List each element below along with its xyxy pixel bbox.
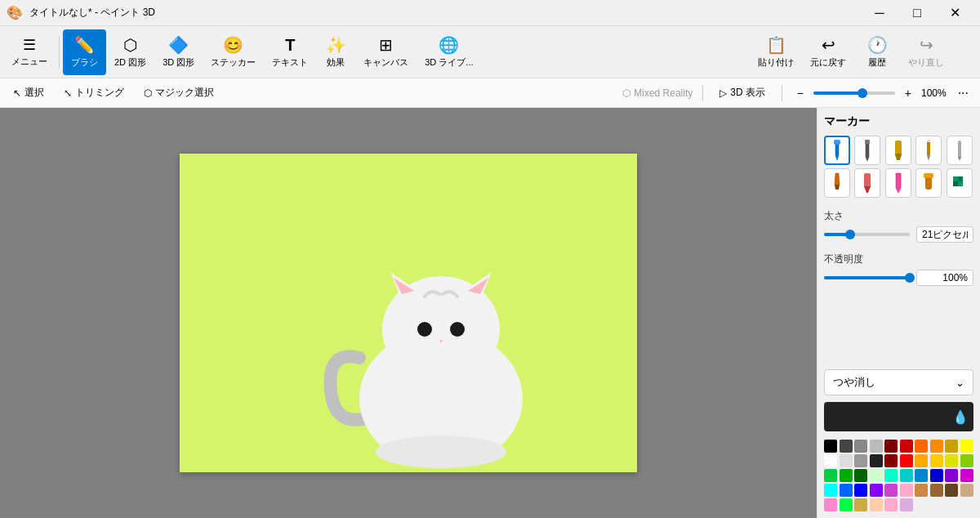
tool-3dlive[interactable]: 🌐 3D ライブ...: [416, 29, 481, 75]
color-swatch[interactable]: [960, 440, 973, 453]
brush-highlighter[interactable]: [885, 168, 911, 198]
color-swatch[interactable]: [900, 469, 913, 482]
color-swatch[interactable]: [930, 469, 943, 482]
color-swatch[interactable]: [870, 484, 883, 497]
brush-watercolor[interactable]: [824, 168, 850, 198]
brush-pencil[interactable]: [915, 136, 942, 165]
zoom-percent: 100%: [921, 87, 947, 99]
secondary-toolbar: ↖ 選択 ⤡ トリミング ⬡ マジック選択 ⬡ Mixed Reality ▷ …: [0, 78, 980, 108]
size-input[interactable]: [916, 226, 973, 243]
color-swatch[interactable]: [915, 454, 928, 467]
color-swatch[interactable]: [884, 440, 898, 453]
opacity-slider[interactable]: [824, 276, 910, 279]
color-swatch[interactable]: [870, 440, 883, 453]
redo-icon: ↪: [920, 35, 933, 55]
color-swatch[interactable]: [840, 454, 853, 467]
undo-button[interactable]: ↩ 元に戻す: [802, 29, 854, 75]
zoom-slider[interactable]: [813, 92, 895, 95]
color-swatch[interactable]: [960, 469, 973, 482]
opacity-input[interactable]: [916, 270, 973, 286]
cat-drawing: [180, 154, 637, 472]
select-tool[interactable]: ↖ 選択: [7, 83, 51, 103]
color-swatch[interactable]: [854, 484, 867, 497]
zoom-in-button[interactable]: +: [900, 85, 916, 101]
brush-ink[interactable]: [854, 168, 880, 198]
brush-oil[interactable]: [885, 136, 911, 165]
size-slider-thumb: [845, 230, 855, 239]
color-swatch[interactable]: [945, 484, 958, 497]
color-swatch[interactable]: [960, 484, 973, 497]
color-swatch[interactable]: [900, 498, 913, 511]
more-button[interactable]: ···: [953, 84, 973, 102]
brush-pen[interactable]: [854, 136, 880, 165]
paste-button[interactable]: 📋 貼り付け: [750, 29, 802, 75]
color-swatch[interactable]: [930, 440, 943, 453]
brush-icon: ✏️: [74, 35, 95, 55]
trim-tool[interactable]: ⤡ トリミング: [57, 83, 131, 103]
color-swatch[interactable]: [840, 440, 853, 453]
color-swatch[interactable]: [824, 454, 837, 467]
color-swatch[interactable]: [854, 498, 867, 511]
color-swatch[interactable]: [824, 469, 837, 482]
color-swatch[interactable]: [854, 469, 867, 482]
svg-point-7: [450, 322, 465, 337]
minimize-button[interactable]: ─: [861, 0, 898, 26]
color-swatch[interactable]: [824, 484, 837, 497]
color-swatch[interactable]: [945, 469, 958, 482]
tool-sticker[interactable]: 😊 ステッカー: [203, 29, 264, 75]
color-swatch[interactable]: [840, 498, 853, 511]
tool-canvas[interactable]: ⊞ キャンバス: [355, 29, 416, 75]
trim-icon: ⤡: [64, 87, 72, 99]
color-swatch[interactable]: [945, 454, 958, 467]
color-swatch[interactable]: [870, 498, 883, 511]
maximize-button[interactable]: □: [898, 0, 936, 26]
color-swatch[interactable]: [870, 454, 883, 467]
color-swatch[interactable]: [824, 498, 837, 511]
color-swatch[interactable]: [915, 484, 928, 497]
color-swatch[interactable]: [884, 469, 898, 482]
color-swatch[interactable]: [900, 484, 913, 497]
menu-icon: ☰: [23, 36, 36, 54]
color-swatch[interactable]: [854, 454, 867, 467]
redo-button[interactable]: ↪ やり直し: [900, 29, 952, 75]
color-swatch[interactable]: [945, 440, 958, 453]
brush-spray[interactable]: [915, 168, 942, 198]
tool-effect[interactable]: ✨ 効果: [316, 29, 355, 75]
close-button[interactable]: ✕: [936, 0, 973, 26]
color-swatch[interactable]: [884, 454, 898, 467]
brush-marker[interactable]: [824, 136, 850, 165]
eyedropper-icon[interactable]: 💧: [952, 409, 969, 425]
color-swatch[interactable]: [960, 454, 973, 467]
color-swatch[interactable]: [930, 484, 943, 497]
finish-dropdown[interactable]: つや消し ⌄: [824, 369, 973, 395]
svg-rect-18: [924, 173, 933, 178]
tool-brush[interactable]: ✏️ ブラシ: [63, 29, 106, 75]
zoom-out-button[interactable]: −: [792, 85, 808, 101]
color-swatch[interactable]: [900, 440, 913, 453]
magic-select-tool[interactable]: ⬡ マジック選択: [137, 83, 220, 103]
color-swatch[interactable]: [840, 484, 853, 497]
color-swatch[interactable]: [915, 469, 928, 482]
color-swatch[interactable]: [884, 484, 898, 497]
color-swatch[interactable]: [854, 440, 867, 453]
color-swatch[interactable]: [824, 440, 837, 453]
color-swatch[interactable]: [870, 469, 883, 482]
color-swatch[interactable]: [900, 454, 913, 467]
color-swatch[interactable]: [915, 440, 928, 453]
color-swatch[interactable]: [884, 498, 898, 511]
tool-3d[interactable]: 🔷 3D 図形: [154, 29, 203, 75]
color-swatch[interactable]: [930, 454, 943, 467]
menu-button[interactable]: ☰ メニュー: [3, 29, 56, 75]
svg-rect-15: [958, 141, 961, 159]
history-button[interactable]: 🕐 履歴: [854, 29, 900, 75]
brush-chalk[interactable]: [947, 136, 973, 165]
canvas-area[interactable]: [0, 108, 817, 518]
svg-rect-16: [864, 173, 871, 188]
view-3d-button[interactable]: ▷ 3D 表示: [713, 83, 772, 103]
brush-pixel[interactable]: [947, 168, 973, 198]
tool-text[interactable]: T テキスト: [264, 29, 316, 75]
size-slider[interactable]: [824, 233, 910, 236]
color-swatch[interactable]: [840, 469, 853, 482]
title-bar: 🎨 タイトルなし* - ペイント 3D ─ □ ✕: [0, 0, 980, 26]
tool-2d[interactable]: ⬡ 2D 図形: [106, 29, 154, 75]
